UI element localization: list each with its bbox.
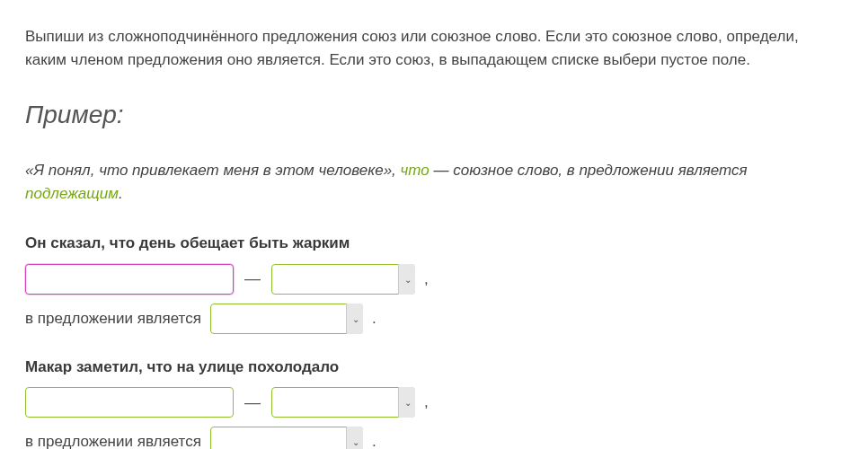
instruction-text: Выпиши из сложноподчинённого предложения… bbox=[25, 25, 843, 71]
example-suffix: . bbox=[119, 185, 123, 202]
select-sentence-role[interactable] bbox=[210, 427, 363, 449]
role-prefix: в предложении является bbox=[25, 430, 201, 449]
dash: — bbox=[243, 391, 262, 415]
select-conjunction-type[interactable] bbox=[271, 387, 415, 418]
example-role: подлежащим bbox=[25, 185, 119, 202]
dash: — bbox=[243, 267, 262, 291]
task-block: Он сказал, что день обещает быть жарким … bbox=[25, 232, 843, 334]
select-type-wrap: ⌄ bbox=[271, 387, 415, 418]
role-prefix: в предложении является bbox=[25, 307, 201, 330]
task-row-2: в предложении является ⌄ . bbox=[25, 304, 843, 334]
task-sentence: Он сказал, что день обещает быть жарким bbox=[25, 232, 843, 255]
period: . bbox=[372, 430, 376, 449]
task-sentence: Макар заметил, что на улице похолодало bbox=[25, 356, 843, 379]
conjunction-input[interactable] bbox=[25, 264, 234, 295]
example-answer-word: что bbox=[401, 162, 430, 179]
select-role-wrap: ⌄ bbox=[210, 427, 363, 449]
task-row-1: — ⌄ , bbox=[25, 387, 843, 418]
example-mid: — союзное слово, в предложении является bbox=[430, 162, 748, 179]
select-role-wrap: ⌄ bbox=[210, 304, 363, 334]
conjunction-input[interactable] bbox=[25, 387, 234, 418]
example-heading: Пример: bbox=[25, 96, 843, 134]
example-sentence: «Я понял, что привлекает меня в этом чел… bbox=[25, 162, 401, 179]
select-conjunction-type[interactable] bbox=[271, 264, 415, 295]
example-line: «Я понял, что привлекает меня в этом чел… bbox=[25, 159, 843, 205]
select-sentence-role[interactable] bbox=[210, 304, 363, 334]
task-block: Макар заметил, что на улице похолодало —… bbox=[25, 356, 843, 450]
comma: , bbox=[424, 268, 429, 291]
task-row-2: в предложении является ⌄ . bbox=[25, 427, 843, 449]
comma: , bbox=[424, 391, 429, 414]
task-row-1: — ⌄ , bbox=[25, 264, 843, 295]
select-type-wrap: ⌄ bbox=[271, 264, 415, 295]
period: . bbox=[372, 307, 376, 330]
